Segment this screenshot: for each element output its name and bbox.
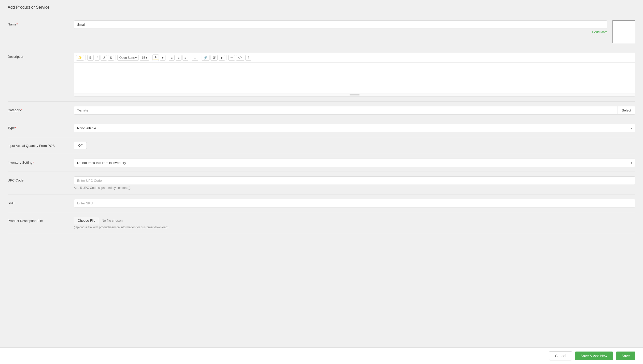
type-row: Type* Non-Sellable Sellable Service — [8, 119, 635, 137]
toolbar-sep-4 — [167, 55, 167, 60]
toolbar-underline-btn[interactable]: U — [101, 55, 107, 61]
action-bar: Cancel Save & Add New Save — [0, 347, 643, 364]
type-label: Type* — [8, 124, 74, 130]
toolbar-font-color-btn[interactable]: A — [152, 54, 159, 61]
add-more-link[interactable]: + Add More — [74, 30, 607, 34]
page-wrapper: Add Product or Service Name* + Add More … — [0, 0, 643, 364]
description-editor[interactable]: ✨ B I U S Open Sans ▾ 15 ▾ — [74, 53, 635, 97]
name-label: Name* — [8, 20, 74, 26]
inventory-label: Inventory Setting* — [8, 159, 74, 164]
description-editor-body[interactable] — [74, 63, 635, 93]
upc-row: UPC Code Add 5 UPC Code separated by com… — [8, 172, 635, 194]
page-title: Add Product or Service — [8, 5, 635, 10]
toolbar-sep-1 — [86, 55, 86, 60]
cancel-button[interactable]: Cancel — [549, 351, 572, 360]
upc-content: Add 5 UPC Code separated by comma (,). — [74, 176, 635, 190]
toolbar-image-btn[interactable]: 🖼 — [211, 55, 218, 61]
name-row: Name* + Add More — [8, 16, 635, 48]
sku-label: SKU — [8, 199, 74, 205]
product-image-placeholder[interactable] — [612, 20, 635, 43]
toolbar-link-btn[interactable]: 🔗 — [202, 55, 209, 61]
toolbar-font-size-btn[interactable]: 15 ▾ — [140, 55, 149, 61]
toolbar-magic-btn[interactable]: ✨ — [76, 55, 84, 61]
description-content: ✨ B I U S Open Sans ▾ 15 ▾ — [74, 53, 635, 97]
inventory-content: Do not track this item in inventory Trac… — [74, 159, 635, 167]
qty-content: Off — [74, 142, 635, 149]
toolbar-align-btn[interactable]: ≡ — [183, 55, 188, 61]
save-button[interactable]: Save — [616, 352, 635, 360]
resize-bar — [350, 94, 360, 95]
editor-toolbar: ✨ B I U S Open Sans ▾ 15 ▾ — [74, 53, 635, 63]
name-input[interactable] — [74, 20, 607, 29]
sku-input[interactable] — [74, 199, 635, 207]
toolbar-ol-btn[interactable]: ≡ — [176, 55, 181, 61]
sku-row: SKU — [8, 194, 635, 212]
inventory-select-wrapper: Do not track this item in inventory Trac… — [74, 159, 635, 167]
description-label: Description — [8, 53, 74, 59]
file-content: Choose File No file chosen (Upload a fil… — [74, 217, 635, 229]
toolbar-bold-btn[interactable]: B — [87, 55, 94, 61]
description-row: Description ✨ B I U S Open Sans ▾ — [8, 48, 635, 102]
toolbar-help-btn[interactable]: ? — [245, 55, 251, 61]
toolbar-sep-7 — [227, 55, 227, 60]
file-no-chosen-label: No file chosen — [102, 219, 122, 222]
file-input-wrapper: Choose File No file chosen — [74, 217, 635, 224]
category-input[interactable] — [74, 106, 618, 114]
choose-file-button[interactable]: Choose File — [74, 217, 99, 224]
category-input-wrapper: Select — [74, 106, 635, 115]
toolbar-sep-3 — [151, 55, 151, 60]
toolbar-strikethrough-btn[interactable]: S — [108, 55, 114, 61]
sku-content — [74, 199, 635, 207]
type-content: Non-Sellable Sellable Service — [74, 124, 635, 132]
file-row: Product Description File Choose File No … — [8, 212, 635, 234]
toolbar-table-btn[interactable]: ⊞ — [192, 55, 198, 61]
toolbar-font-color-dropdown-btn[interactable]: ▾ — [160, 55, 165, 61]
qty-row: Input Actual Quantity From POS Off — [8, 137, 635, 154]
toolbar-sep-6 — [200, 55, 200, 60]
toolbar-scissors-btn[interactable]: ✂ — [228, 55, 235, 61]
qty-toggle-button[interactable]: Off — [74, 142, 87, 149]
toolbar-video-btn[interactable]: ▶ — [219, 55, 225, 61]
upc-input[interactable] — [74, 176, 635, 185]
form-section: Name* + Add More Description ✨ B I U — [8, 16, 635, 234]
inventory-row: Inventory Setting* Do not track this ite… — [8, 154, 635, 172]
type-select[interactable]: Non-Sellable Sellable Service — [74, 124, 635, 132]
toolbar-sep-2 — [116, 55, 116, 60]
editor-resize-handle[interactable] — [74, 93, 635, 96]
category-row: Category* Select — [8, 102, 635, 119]
save-add-new-button[interactable]: Save & Add New — [575, 352, 613, 360]
qty-label: Input Actual Quantity From POS — [8, 142, 74, 148]
name-content: + Add More — [74, 20, 607, 34]
category-content: Select — [74, 106, 635, 115]
toolbar-sep-5 — [190, 55, 190, 60]
type-select-wrapper: Non-Sellable Sellable Service — [74, 124, 635, 132]
toolbar-font-family-btn[interactable]: Open Sans ▾ — [117, 55, 139, 61]
font-color-underline — [153, 60, 159, 60]
upc-label: UPC Code — [8, 176, 74, 182]
toolbar-italic-btn[interactable]: I — [95, 55, 100, 61]
inventory-select[interactable]: Do not track this item in inventory Trac… — [74, 159, 635, 167]
category-select-button[interactable]: Select — [618, 106, 635, 114]
upc-hint: Add 5 UPC Code separated by comma (,). — [74, 186, 635, 190]
toolbar-code-btn[interactable]: </> — [236, 55, 244, 61]
file-label: Product Description File — [8, 217, 74, 223]
category-label: Category* — [8, 106, 74, 112]
file-hint: (Upload a file with product/service info… — [74, 226, 635, 229]
toolbar-ul-btn[interactable]: ≡ — [169, 55, 175, 61]
